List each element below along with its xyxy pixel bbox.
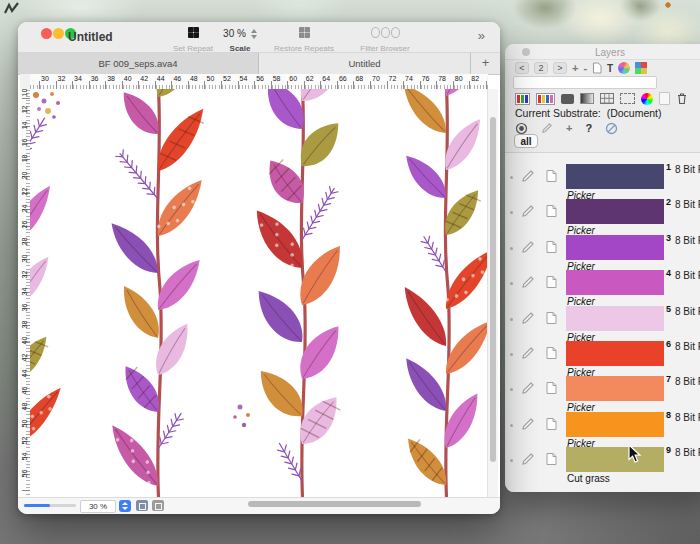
status-bar: 30 % <box>18 497 500 514</box>
edit-pencil-icon[interactable] <box>521 311 535 325</box>
row-handle <box>510 282 513 285</box>
color-wheel-icon[interactable] <box>641 93 653 105</box>
layer-color-swatch[interactable] <box>566 306 664 331</box>
new-tab-button[interactable]: + <box>471 53 500 74</box>
layer-bitdepth-label: 8 Bit F <box>675 376 700 387</box>
layer-row[interactable]: 68 Bit FPicker <box>505 341 700 376</box>
palette-icon[interactable] <box>618 62 630 74</box>
close-button[interactable] <box>41 28 52 39</box>
layer-number: 8 <box>666 410 671 420</box>
rgb-bars-icon[interactable] <box>515 93 530 105</box>
layer-row[interactable]: 58 Bit FPicker <box>505 306 700 341</box>
horizontal-scrollbar-thumb[interactable] <box>248 501 421 507</box>
trash-icon[interactable] <box>676 92 688 105</box>
layer-filter-input[interactable] <box>513 76 657 89</box>
layer-color-swatch[interactable] <box>566 376 664 401</box>
layer-number: 5 <box>666 304 671 314</box>
document-icon[interactable] <box>592 62 602 74</box>
next-layer-button[interactable]: > <box>553 62 567 74</box>
all-button[interactable]: all <box>514 134 538 148</box>
tab-bf009-seps[interactable]: BF 009_seps.ava4 <box>18 53 259 74</box>
color-bars-icon[interactable] <box>536 93 555 105</box>
zoom-stepper[interactable] <box>119 500 131 512</box>
edit-pencil-icon[interactable] <box>521 169 535 183</box>
layer-color-swatch[interactable] <box>566 164 664 189</box>
layer-number: 7 <box>666 374 671 384</box>
fit-page-button[interactable] <box>152 500 164 511</box>
restore-repeats-button[interactable]: Restore Repeats <box>268 24 340 53</box>
layer-color-swatch[interactable] <box>566 199 664 224</box>
edit-pencil-icon[interactable] <box>521 346 535 360</box>
layer-row[interactable]: 28 Bit FPicker <box>505 199 700 234</box>
layer-color-swatch[interactable] <box>566 235 664 260</box>
current-substrate-value: (Document) <box>607 107 662 119</box>
layer-color-swatch[interactable] <box>566 341 664 366</box>
no-entry-icon[interactable] <box>605 122 618 135</box>
layer-page-icon[interactable] <box>545 240 558 254</box>
scale-value[interactable]: 30 % <box>223 28 246 39</box>
prev-layer-button[interactable]: < <box>515 62 529 74</box>
layer-page-icon[interactable] <box>545 417 558 431</box>
layer-row[interactable]: 98 Bit FCut grass <box>505 447 700 482</box>
fit-width-button[interactable] <box>136 500 148 511</box>
pencil-icon[interactable] <box>541 122 553 134</box>
edit-pencil-icon[interactable] <box>521 275 535 289</box>
help-button[interactable]: ? <box>585 122 592 134</box>
layer-page-icon[interactable] <box>545 204 558 218</box>
edit-pencil-icon[interactable] <box>521 381 535 395</box>
ruler-number: 52 <box>21 432 28 448</box>
eye-icon[interactable] <box>515 122 528 135</box>
row-handle <box>510 388 513 391</box>
scale-stepper[interactable] <box>251 29 257 39</box>
layer-color-swatch[interactable] <box>566 447 664 472</box>
layer-color-swatch[interactable] <box>566 412 664 437</box>
ruler-number: 48 <box>190 75 198 82</box>
edit-pencil-icon[interactable] <box>521 417 535 431</box>
gradient-square-icon[interactable] <box>580 93 594 104</box>
layer-row[interactable]: 48 Bit FPicker <box>505 270 700 305</box>
marquee-icon[interactable] <box>620 93 635 104</box>
add-layer-button[interactable]: + <box>572 62 578 74</box>
zoom-slider[interactable] <box>24 504 76 507</box>
mosaic-icon[interactable] <box>635 62 647 74</box>
pattern-canvas[interactable] <box>30 89 488 498</box>
filter-browser-button[interactable]: Filter Browser <box>352 24 418 53</box>
layer-page-icon[interactable] <box>545 346 558 360</box>
minimize-button[interactable] <box>53 28 64 39</box>
tab-untitled[interactable]: Untitled <box>259 53 471 74</box>
layer-page-icon[interactable] <box>545 169 558 183</box>
zoom-percent-field[interactable]: 30 % <box>80 500 116 513</box>
layer-page-number[interactable]: 2 <box>534 62 548 74</box>
edit-pencil-icon[interactable] <box>521 204 535 218</box>
layer-name[interactable]: Cut grass <box>567 473 610 484</box>
remove-layer-button[interactable]: - <box>583 62 587 74</box>
new-page-icon[interactable] <box>659 92 670 105</box>
add-tool-button[interactable]: + <box>566 122 572 134</box>
toolbar-overflow-chevron[interactable]: » <box>478 28 484 43</box>
vertical-scrollbar-thumb[interactable] <box>490 117 496 462</box>
layer-page-icon[interactable] <box>545 381 558 395</box>
edit-pencil-icon[interactable] <box>521 240 535 254</box>
layer-row[interactable]: 18 Bit FPicker <box>505 164 700 199</box>
scale-control[interactable]: 30 % Scale <box>214 24 266 53</box>
layer-bitdepth-label: 8 Bit F <box>675 270 700 281</box>
filled-square-icon[interactable] <box>561 94 574 104</box>
set-repeat-button[interactable]: Set Repeat <box>170 24 216 53</box>
layer-page-icon[interactable] <box>545 452 558 466</box>
layer-bitdepth-label: 8 Bit F <box>675 164 700 175</box>
grid-icon[interactable] <box>600 93 614 104</box>
row-handle <box>510 318 513 321</box>
edit-pencil-icon[interactable] <box>521 452 535 466</box>
layer-row[interactable]: 78 Bit FPicker <box>505 376 700 411</box>
separation-tools-row <box>515 92 688 105</box>
mouse-cursor <box>628 444 642 464</box>
ruler-number: 44 <box>157 75 165 82</box>
layer-color-swatch[interactable] <box>566 270 664 295</box>
layer-page-icon[interactable] <box>545 275 558 289</box>
layer-row[interactable]: 88 Bit FPicker <box>505 412 700 447</box>
layer-page-icon[interactable] <box>545 311 558 325</box>
ruler-number: 70 <box>372 75 380 82</box>
layer-row[interactable]: 38 Bit FPicker <box>505 235 700 270</box>
vertical-scrollbar[interactable] <box>487 89 498 498</box>
text-tool-button[interactable]: T <box>607 63 613 74</box>
